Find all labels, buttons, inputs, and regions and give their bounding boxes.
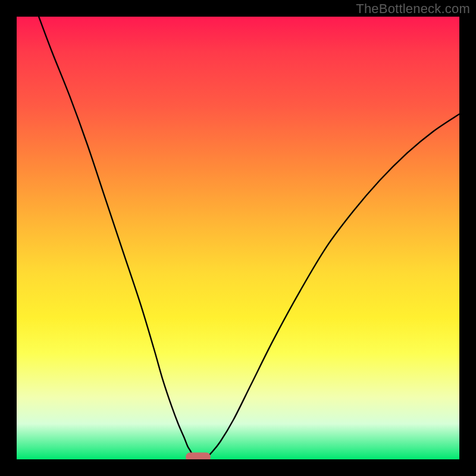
watermark-text: TheBottleneck.com [356,1,470,17]
chart-frame: TheBottleneck.com [0,0,476,476]
minimum-marker [186,453,211,459]
curve-left-branch [39,17,193,457]
plot-area [17,17,459,459]
curve-right-branch [207,114,459,458]
bottleneck-curve [17,17,459,459]
